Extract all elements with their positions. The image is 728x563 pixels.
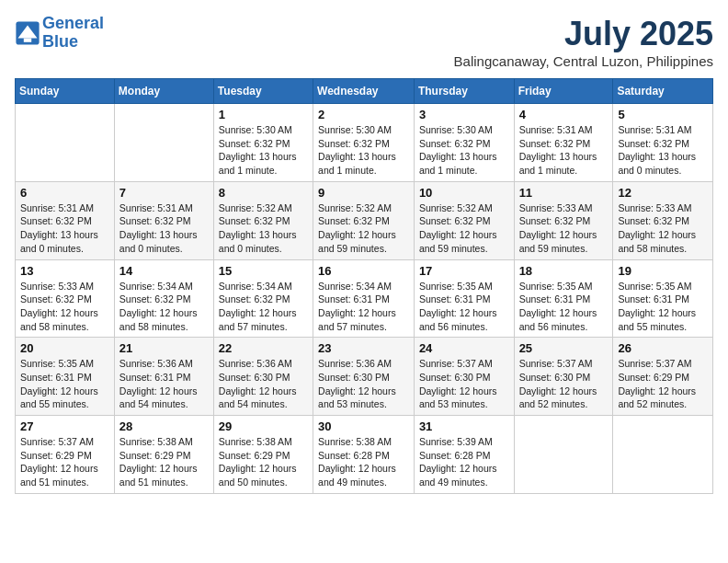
calendar-cell: 26Sunrise: 5:37 AM Sunset: 6:29 PM Dayli… bbox=[613, 338, 713, 416]
day-info: Sunrise: 5:34 AM Sunset: 6:31 PM Dayligh… bbox=[318, 280, 409, 334]
day-number: 12 bbox=[618, 186, 708, 200]
day-number: 9 bbox=[318, 186, 409, 200]
day-number: 4 bbox=[519, 108, 609, 121]
day-number: 19 bbox=[618, 264, 708, 278]
day-number: 20 bbox=[20, 341, 109, 355]
calendar-cell: 17Sunrise: 5:35 AM Sunset: 6:31 PM Dayli… bbox=[414, 259, 514, 338]
calendar-cell: 6Sunrise: 5:31 AM Sunset: 6:32 PM Daylig… bbox=[16, 181, 115, 259]
day-info: Sunrise: 5:34 AM Sunset: 6:32 PM Dayligh… bbox=[219, 280, 308, 334]
day-number: 23 bbox=[318, 341, 409, 355]
day-info: Sunrise: 5:31 AM Sunset: 6:32 PM Dayligh… bbox=[119, 201, 209, 256]
calendar-cell bbox=[613, 416, 713, 494]
day-info: Sunrise: 5:34 AM Sunset: 6:32 PM Dayligh… bbox=[119, 280, 209, 334]
calendar-cell: 18Sunrise: 5:35 AM Sunset: 6:31 PM Dayli… bbox=[514, 259, 613, 338]
day-info: Sunrise: 5:38 AM Sunset: 6:28 PM Dayligh… bbox=[318, 435, 409, 489]
day-info: Sunrise: 5:37 AM Sunset: 6:29 PM Dayligh… bbox=[618, 357, 708, 411]
logo-line2: Blue bbox=[42, 32, 78, 51]
day-info: Sunrise: 5:36 AM Sunset: 6:30 PM Dayligh… bbox=[318, 357, 409, 411]
day-info: Sunrise: 5:32 AM Sunset: 6:32 PM Dayligh… bbox=[219, 201, 308, 256]
calendar-cell: 3Sunrise: 5:30 AM Sunset: 6:32 PM Daylig… bbox=[414, 104, 514, 182]
calendar-cell: 31Sunrise: 5:39 AM Sunset: 6:28 PM Dayli… bbox=[414, 416, 514, 494]
weekday-header-friday: Friday bbox=[514, 79, 613, 104]
day-info: Sunrise: 5:38 AM Sunset: 6:29 PM Dayligh… bbox=[119, 435, 209, 489]
calendar-cell: 20Sunrise: 5:35 AM Sunset: 6:31 PM Dayli… bbox=[16, 338, 115, 416]
day-info: Sunrise: 5:37 AM Sunset: 6:30 PM Dayligh… bbox=[519, 357, 609, 411]
calendar-cell: 4Sunrise: 5:31 AM Sunset: 6:32 PM Daylig… bbox=[514, 104, 613, 182]
day-info: Sunrise: 5:35 AM Sunset: 6:31 PM Dayligh… bbox=[419, 280, 509, 334]
day-number: 29 bbox=[219, 419, 308, 433]
calendar-week-row: 1Sunrise: 5:30 AM Sunset: 6:32 PM Daylig… bbox=[16, 104, 713, 182]
day-number: 17 bbox=[419, 264, 509, 278]
day-number: 5 bbox=[618, 108, 708, 121]
title-block: July 2025 Balingcanaway, Central Luzon, … bbox=[454, 15, 713, 69]
calendar-cell: 12Sunrise: 5:33 AM Sunset: 6:32 PM Dayli… bbox=[613, 181, 713, 259]
day-number: 2 bbox=[318, 108, 409, 121]
day-number: 1 bbox=[219, 108, 308, 121]
weekday-header-wednesday: Wednesday bbox=[313, 79, 415, 104]
day-number: 18 bbox=[519, 264, 609, 278]
day-number: 30 bbox=[318, 419, 409, 433]
weekday-header-sunday: Sunday bbox=[16, 79, 115, 104]
location-title: Balingcanaway, Central Luzon, Philippine… bbox=[454, 53, 713, 69]
day-info: Sunrise: 5:35 AM Sunset: 6:31 PM Dayligh… bbox=[20, 357, 109, 411]
day-number: 28 bbox=[119, 419, 209, 433]
calendar-week-row: 6Sunrise: 5:31 AM Sunset: 6:32 PM Daylig… bbox=[16, 181, 713, 259]
day-info: Sunrise: 5:38 AM Sunset: 6:29 PM Dayligh… bbox=[219, 435, 308, 489]
day-info: Sunrise: 5:31 AM Sunset: 6:32 PM Dayligh… bbox=[20, 201, 109, 256]
page-header: General Blue July 2025 Balingcanaway, Ce… bbox=[15, 15, 713, 69]
calendar-cell: 13Sunrise: 5:33 AM Sunset: 6:32 PM Dayli… bbox=[16, 259, 115, 338]
logo-icon bbox=[15, 20, 40, 46]
calendar-week-row: 13Sunrise: 5:33 AM Sunset: 6:32 PM Dayli… bbox=[16, 259, 713, 338]
weekday-header-monday: Monday bbox=[114, 79, 213, 104]
day-number: 14 bbox=[119, 264, 209, 278]
calendar-cell: 24Sunrise: 5:37 AM Sunset: 6:30 PM Dayli… bbox=[414, 338, 514, 416]
calendar-cell: 2Sunrise: 5:30 AM Sunset: 6:32 PM Daylig… bbox=[313, 104, 415, 182]
calendar-cell: 21Sunrise: 5:36 AM Sunset: 6:31 PM Dayli… bbox=[114, 338, 213, 416]
calendar-cell: 25Sunrise: 5:37 AM Sunset: 6:30 PM Dayli… bbox=[514, 338, 613, 416]
day-number: 15 bbox=[219, 264, 308, 278]
calendar-cell: 11Sunrise: 5:33 AM Sunset: 6:32 PM Dayli… bbox=[514, 181, 613, 259]
calendar-cell: 16Sunrise: 5:34 AM Sunset: 6:31 PM Dayli… bbox=[313, 259, 415, 338]
day-number: 25 bbox=[519, 341, 609, 355]
calendar-cell: 14Sunrise: 5:34 AM Sunset: 6:32 PM Dayli… bbox=[114, 259, 213, 338]
calendar-cell: 23Sunrise: 5:36 AM Sunset: 6:30 PM Dayli… bbox=[313, 338, 415, 416]
logo-name: General Blue bbox=[42, 15, 104, 52]
day-number: 26 bbox=[618, 341, 708, 355]
calendar-cell: 9Sunrise: 5:32 AM Sunset: 6:32 PM Daylig… bbox=[313, 181, 415, 259]
calendar-cell bbox=[114, 104, 213, 182]
logo-line1: General bbox=[42, 14, 104, 32]
day-info: Sunrise: 5:30 AM Sunset: 6:32 PM Dayligh… bbox=[318, 123, 409, 178]
weekday-header-saturday: Saturday bbox=[613, 79, 713, 104]
day-info: Sunrise: 5:37 AM Sunset: 6:29 PM Dayligh… bbox=[20, 435, 109, 489]
calendar-cell: 15Sunrise: 5:34 AM Sunset: 6:32 PM Dayli… bbox=[213, 259, 313, 338]
calendar-cell: 28Sunrise: 5:38 AM Sunset: 6:29 PM Dayli… bbox=[114, 416, 213, 494]
day-info: Sunrise: 5:32 AM Sunset: 6:32 PM Dayligh… bbox=[419, 201, 509, 256]
weekday-header-thursday: Thursday bbox=[414, 79, 514, 104]
day-info: Sunrise: 5:35 AM Sunset: 6:31 PM Dayligh… bbox=[618, 280, 708, 334]
day-number: 10 bbox=[419, 186, 509, 200]
day-number: 7 bbox=[119, 186, 209, 200]
day-info: Sunrise: 5:33 AM Sunset: 6:32 PM Dayligh… bbox=[20, 280, 109, 334]
calendar-cell bbox=[514, 416, 613, 494]
day-info: Sunrise: 5:36 AM Sunset: 6:30 PM Dayligh… bbox=[219, 357, 308, 411]
calendar-cell: 30Sunrise: 5:38 AM Sunset: 6:28 PM Dayli… bbox=[313, 416, 415, 494]
day-info: Sunrise: 5:35 AM Sunset: 6:31 PM Dayligh… bbox=[519, 280, 609, 334]
calendar-week-row: 20Sunrise: 5:35 AM Sunset: 6:31 PM Dayli… bbox=[16, 338, 713, 416]
calendar-header-row: SundayMondayTuesdayWednesdayThursdayFrid… bbox=[16, 79, 713, 104]
day-number: 27 bbox=[20, 419, 109, 433]
day-info: Sunrise: 5:31 AM Sunset: 6:32 PM Dayligh… bbox=[519, 123, 609, 178]
logo: General Blue bbox=[15, 15, 104, 52]
calendar-week-row: 27Sunrise: 5:37 AM Sunset: 6:29 PM Dayli… bbox=[16, 416, 713, 494]
calendar-cell: 5Sunrise: 5:31 AM Sunset: 6:32 PM Daylig… bbox=[613, 104, 713, 182]
day-number: 22 bbox=[219, 341, 308, 355]
day-number: 11 bbox=[519, 186, 609, 200]
day-info: Sunrise: 5:33 AM Sunset: 6:32 PM Dayligh… bbox=[519, 201, 609, 256]
day-number: 13 bbox=[20, 264, 109, 278]
calendar-table: SundayMondayTuesdayWednesdayThursdayFrid… bbox=[15, 78, 713, 494]
day-number: 8 bbox=[219, 186, 308, 200]
calendar-cell: 27Sunrise: 5:37 AM Sunset: 6:29 PM Dayli… bbox=[16, 416, 115, 494]
day-info: Sunrise: 5:36 AM Sunset: 6:31 PM Dayligh… bbox=[119, 357, 209, 411]
month-title: July 2025 bbox=[454, 15, 713, 53]
calendar-cell bbox=[16, 104, 115, 182]
day-info: Sunrise: 5:30 AM Sunset: 6:32 PM Dayligh… bbox=[419, 123, 509, 178]
